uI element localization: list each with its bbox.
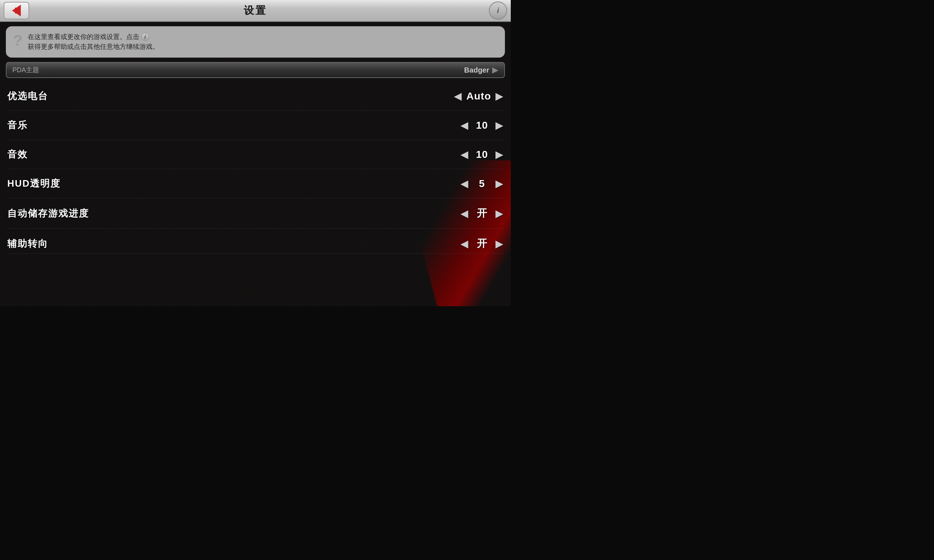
setting-label-radio: 优选电台 [7,90,48,102]
setting-control-hud: ◀ 5 ▶ [445,178,504,189]
setting-row-sfx: 音效 ◀ 10 ▶ [7,140,504,169]
sfx-prev-button[interactable]: ◀ [461,148,469,160]
pda-arrow-icon: ▶ [492,65,498,75]
hud-value: 5 [473,178,491,189]
autosave-next-button[interactable]: ▶ [495,208,504,220]
page-title: 设置 [244,4,267,17]
setting-control-sfx: ◀ 10 ▶ [445,148,504,160]
setting-label-autosave: 自动储存游戏进度 [7,207,89,220]
radio-next-button[interactable]: ▶ [495,90,504,102]
setting-label-sfx: 音效 [7,148,28,161]
music-next-button[interactable]: ▶ [495,119,504,131]
steering-value: 开 [473,237,491,251]
hud-next-button[interactable]: ▶ [495,178,504,189]
radio-value: Auto [466,91,491,102]
setting-row-hud: HUD透明度 ◀ 5 ▶ [7,169,504,198]
autosave-value: 开 [473,206,491,220]
pda-theme-value: Badger [464,66,489,74]
setting-row-autosave: 自动储存游戏进度 ◀ 开 ▶ [7,198,504,229]
setting-control-steering: ◀ 开 ▶ [445,237,504,251]
setting-label-hud: HUD透明度 [7,177,60,190]
question-mark-icon: ? [13,33,23,48]
info-icon-inline: i [141,33,149,41]
back-arrow-icon [12,5,21,16]
settings-list: 优选电台 ◀ Auto ▶ 音乐 ◀ 10 ▶ 音效 ◀ 10 ▶ HUD透明度… [0,82,511,254]
setting-row-radio: 优选电台 ◀ Auto ▶ [7,82,504,111]
setting-control-music: ◀ 10 ▶ [445,119,504,131]
setting-label-music: 音乐 [7,119,28,132]
info-text-line2: 获得更多帮助或点击其他任意地方继续游戏。 [28,43,159,50]
steering-next-button[interactable]: ▶ [495,238,504,250]
header-bar: 设置 i [0,0,511,22]
music-value: 10 [473,120,491,131]
setting-row-steering: 辅助转向 ◀ 开 ▶ [7,229,504,254]
setting-row-music: 音乐 ◀ 10 ▶ [7,111,504,140]
info-box: ? 在这里查看或更改你的游戏设置。点击 i 获得更多帮助或点击其他任意地方继续游… [6,26,505,58]
hud-prev-button[interactable]: ◀ [461,178,469,189]
autosave-prev-button[interactable]: ◀ [461,208,469,220]
setting-control-autosave: ◀ 开 ▶ [445,206,504,220]
info-icon: i [497,6,499,15]
info-text: 在这里查看或更改你的游戏设置。点击 i 获得更多帮助或点击其他任意地方继续游戏。 [28,32,498,52]
radio-prev-button[interactable]: ◀ [454,90,462,102]
info-text-line1: 在这里查看或更改你的游戏设置。点击 [28,33,139,40]
sfx-next-button[interactable]: ▶ [495,148,504,160]
steering-prev-button[interactable]: ◀ [461,238,469,250]
pda-theme-label: PDA主题 [12,66,464,74]
music-prev-button[interactable]: ◀ [461,119,469,131]
back-button[interactable] [4,2,29,19]
setting-control-radio: ◀ Auto ▶ [445,90,504,102]
info-button[interactable]: i [489,2,507,20]
pda-theme-row[interactable]: PDA主题 Badger ▶ [6,62,505,78]
sfx-value: 10 [473,149,491,160]
setting-label-steering: 辅助转向 [7,237,48,250]
